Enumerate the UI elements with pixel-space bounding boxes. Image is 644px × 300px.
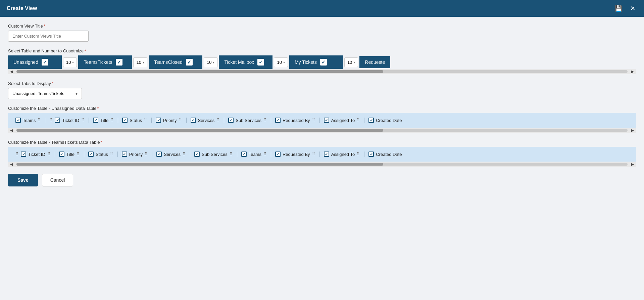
tabs-scroll-track[interactable] — [16, 70, 628, 73]
tab-unassigned-label: Unassigned — [13, 59, 38, 65]
drag-handle-icon[interactable]: ⠿ — [38, 118, 41, 123]
table-selector-section: Select Table and Number to Cusotmize* Un… — [8, 48, 636, 74]
col-tt-createddate-checkbox[interactable]: ✓ — [368, 152, 374, 157]
col-status-label: Status — [130, 118, 142, 123]
tabs-inner-row: Unassigned ✓ 10 ▾ TeamsTickets ✓ — [8, 55, 636, 69]
tab-ticketmailbox-check: ✓ — [259, 59, 263, 65]
unassigned-scroll-thumb — [16, 129, 383, 132]
col-tt-assignedto-checkbox[interactable]: ✓ — [324, 152, 329, 157]
drag-handle-icon[interactable]: ⠿ — [110, 152, 113, 157]
tabs-display-value: Unassigned, TeamsTickets — [12, 91, 64, 96]
col-tt-subservices-checkbox[interactable]: ✓ — [194, 152, 200, 157]
required-marker-5: * — [100, 140, 102, 145]
tab-unassigned-checkbox[interactable]: ✓ — [42, 59, 48, 66]
drag-handle-icon[interactable]: ⠿ — [81, 118, 85, 123]
drag-handle-icon[interactable]: ⠿ — [312, 152, 315, 157]
custom-view-title-section: Custom View Title* — [8, 24, 636, 42]
col-createddate-checkbox[interactable]: ✓ — [368, 118, 374, 123]
required-marker: * — [44, 24, 45, 29]
close-button[interactable]: ✕ — [628, 4, 637, 13]
unassigned-scrollbar[interactable]: ◀ ▶ — [8, 128, 636, 133]
col-services-checkbox[interactable]: ✓ — [191, 118, 196, 123]
col-createddate-label: Created Date — [376, 118, 402, 123]
drag-handle-icon[interactable]: ⠿ — [263, 152, 267, 157]
tab-ticketmailbox-count[interactable]: 10 ▾ — [274, 57, 288, 67]
unassigned-scroll-right[interactable]: ▶ — [629, 128, 636, 133]
drag-handle-icon[interactable]: ⠿ — [144, 118, 147, 123]
drag-handle-icon[interactable]: ⠿ — [47, 152, 51, 157]
col-status-checkbox[interactable]: ✓ — [122, 118, 128, 123]
teamstickets-scroll-track[interactable] — [16, 163, 628, 166]
col-subservices-checkbox[interactable]: ✓ — [228, 118, 234, 123]
col-tt-teams-checkbox[interactable]: ✓ — [241, 152, 247, 157]
drag-handle-icon[interactable]: ⠿ — [77, 152, 80, 157]
col-priority-checkbox[interactable]: ✓ — [156, 118, 161, 123]
unassigned-scroll-left[interactable]: ◀ — [8, 128, 15, 133]
tab-ticketmailbox-label: Ticket Mailbox — [224, 59, 254, 65]
col-unassigned-ticketid: ⠿ ✓ Ticket ID ⠿ — [45, 118, 89, 123]
teamstickets-scroll-thumb — [16, 163, 383, 166]
tab-teamsclosed-count[interactable]: 10 ▾ — [204, 57, 217, 67]
tab-mytickets-checkbox[interactable]: ✓ — [320, 59, 327, 66]
drag-handle-icon[interactable]: ⠿ — [15, 152, 19, 157]
tab-teamsclosed-checkbox[interactable]: ✓ — [186, 59, 193, 66]
col-assignedto-checkbox[interactable]: ✓ — [324, 118, 329, 123]
col-tt-services-label: Services — [164, 152, 181, 157]
col-requestedby-checkbox[interactable]: ✓ — [275, 118, 281, 123]
tab-mytickets-count[interactable]: 10 ▾ — [344, 57, 358, 67]
tab-mytickets-label: My Tickets — [295, 59, 317, 65]
unassigned-table-label: Customize the Table - Unassigned Data Ta… — [8, 106, 636, 111]
tab-teamsclosed-check: ✓ — [187, 59, 191, 65]
col-ticketid-checkbox[interactable]: ✓ — [55, 118, 60, 123]
title-bar-actions: 💾 ✕ — [613, 4, 637, 13]
col-tt-createddate-label: Created Date — [376, 152, 402, 157]
tab-ticketmailbox-checkbox[interactable]: ✓ — [257, 59, 264, 66]
col-ticketid-label: Ticket ID — [62, 118, 79, 123]
tabs-scroll-right[interactable]: ▶ — [629, 69, 636, 74]
drag-handle-icon[interactable]: ⠿ — [263, 118, 267, 123]
col-teams-ticketid: ⠿ ✓ Ticket ID ⠿ — [11, 152, 55, 157]
col-unassigned-services: ✓ Services ⠿ — [187, 118, 225, 123]
tab-unassigned-count[interactable]: 10 ▾ — [63, 57, 77, 67]
col-tt-services-checkbox[interactable]: ✓ — [156, 152, 162, 157]
teamstickets-scroll-left[interactable]: ◀ — [8, 162, 15, 167]
save-icon-button[interactable]: 💾 — [613, 4, 624, 13]
cancel-button[interactable]: Cancel — [42, 174, 73, 186]
drag-handle-icon[interactable]: ⠿ — [357, 152, 360, 157]
col-teams-checkbox[interactable]: ✓ — [15, 118, 21, 123]
tabs-scroll-left[interactable]: ◀ — [8, 69, 15, 74]
custom-view-title-input[interactable] — [8, 31, 89, 42]
teamstickets-scroll-right[interactable]: ▶ — [629, 162, 636, 167]
tab-teamstickets-label: TeamsTickets — [84, 59, 112, 65]
save-button[interactable]: Save — [8, 174, 38, 186]
teamstickets-scrollbar[interactable]: ◀ ▶ — [8, 162, 636, 167]
drag-handle-icon[interactable]: ⠿ — [357, 118, 360, 123]
drag-handle-icon[interactable]: ⠿ — [216, 118, 220, 123]
col-title-checkbox[interactable]: ✓ — [93, 118, 98, 123]
tabs-overflow: Unassigned ✓ 10 ▾ TeamsTickets ✓ — [8, 55, 636, 69]
tab-teamstickets-checkbox[interactable]: ✓ — [116, 59, 122, 66]
drag-handle-icon[interactable]: ⠿ — [145, 152, 148, 157]
drag-handle-icon[interactable]: ⠿ — [312, 118, 315, 123]
tab-teamstickets-count[interactable]: 10 ▾ — [133, 57, 147, 67]
drag-handle-icon[interactable]: ⠿ — [179, 118, 182, 123]
drag-handle-icon[interactable]: ⠿ — [49, 118, 53, 123]
required-marker-4: * — [97, 106, 99, 111]
title-bar: Create View 💾 ✕ — [0, 0, 644, 17]
chevron-down-icon-3: ▾ — [213, 60, 214, 64]
drag-handle-icon[interactable]: ⠿ — [230, 152, 233, 157]
tabs-display-dropdown[interactable]: Unassigned, TeamsTickets ▾ — [8, 88, 82, 99]
required-marker-3: * — [52, 81, 53, 86]
drag-handle-icon[interactable]: ⠿ — [183, 152, 186, 157]
main-content: Custom View Title* Select Table and Numb… — [0, 17, 644, 300]
col-tt-status-checkbox[interactable]: ✓ — [88, 152, 94, 157]
col-tt-title-checkbox[interactable]: ✓ — [59, 152, 64, 157]
required-marker-2: * — [84, 48, 86, 53]
drag-handle-icon[interactable]: ⠿ — [110, 118, 114, 123]
tabs-scrollbar[interactable]: ◀ ▶ — [8, 69, 636, 74]
col-tt-ticketid-checkbox[interactable]: ✓ — [21, 152, 26, 157]
unassigned-columns-row: ✓ Teams ⠿ ⠿ ✓ Ticket ID ⠿ ✓ Title ⠿ ✓ — [8, 113, 636, 128]
unassigned-scroll-track[interactable] — [16, 129, 628, 132]
col-tt-requestedby-checkbox[interactable]: ✓ — [275, 152, 281, 157]
col-tt-priority-checkbox[interactable]: ✓ — [122, 152, 127, 157]
